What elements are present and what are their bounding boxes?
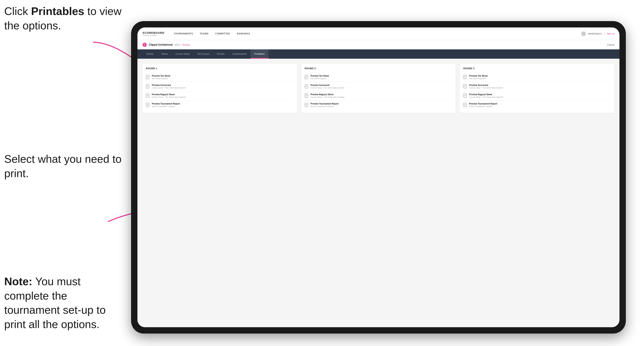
round-1-column: Round 1 Preview Tee Sheet Tee Sheet requ… bbox=[142, 64, 297, 113]
round-1-tournament-report[interactable]: Preview Tournament Report Round Completi… bbox=[146, 101, 294, 110]
tab-teams[interactable]: Teams bbox=[157, 49, 172, 59]
user-avatar bbox=[581, 31, 586, 36]
nav-teams[interactable]: TEAMS bbox=[197, 31, 212, 36]
item-req: Tee Sheet required bbox=[152, 77, 170, 80]
round-3-column: Round 3 Preview Tee Sheet Tee Sheet requ… bbox=[460, 64, 614, 113]
round-1-title: Round 1 bbox=[146, 67, 294, 70]
cancel-button[interactable]: Cancel bbox=[607, 43, 614, 46]
item-req: Tee Sheet required bbox=[469, 77, 488, 80]
tournament-name: Clippd Invitational bbox=[149, 43, 173, 46]
tab-details[interactable]: Details bbox=[142, 49, 157, 59]
app-logo: SCOREBOARD Powered by clippd bbox=[142, 31, 164, 36]
document-icon bbox=[146, 94, 150, 98]
item-name: Preview Raguzzi Sheet bbox=[152, 93, 186, 96]
document-icon bbox=[305, 75, 308, 79]
item-name: Preview Tee Sheet bbox=[310, 75, 329, 77]
tablet-screen: SCOREBOARD Powered by clippd TOURNAMENTS… bbox=[138, 27, 620, 327]
document-icon bbox=[463, 75, 467, 79]
document-icon bbox=[305, 84, 308, 88]
main-content: Round 1 Preview Tee Sheet Tee Sheet requ… bbox=[138, 59, 620, 327]
tournament-icon: C bbox=[142, 43, 147, 47]
item-req: Course setup + Tee Sheet data required bbox=[152, 96, 186, 98]
document-icon bbox=[146, 75, 150, 79]
document-icon bbox=[463, 94, 467, 98]
item-name: Preview Tournament Report bbox=[469, 103, 497, 105]
item-name: Preview Raguzzi Sheet bbox=[310, 93, 344, 96]
item-name: Preview Scorecard bbox=[152, 84, 186, 86]
nav-rankings[interactable]: RANKINGS bbox=[234, 31, 253, 36]
document-icon bbox=[463, 103, 467, 107]
top-nav-right: blair@clippd.io | Sign out bbox=[581, 31, 614, 36]
round-2-raguzzi[interactable]: Preview Raguzzi Sheet Course setup + Tee… bbox=[305, 91, 452, 101]
item-name: Preview Tee Sheet bbox=[469, 75, 488, 77]
tournament-status: Hosting bbox=[182, 43, 190, 46]
separator: | bbox=[604, 32, 605, 35]
document-icon bbox=[305, 103, 308, 107]
tab-results[interactable]: Results bbox=[213, 49, 228, 59]
item-name: Preview Tee Sheet bbox=[152, 75, 170, 77]
round-2-title: Round 2 bbox=[305, 67, 452, 70]
item-req: Course setup + Tee Sheet data required bbox=[310, 87, 344, 89]
logo-sub: Powered by clippd bbox=[142, 34, 164, 36]
round-2-column: Round 2 Preview Tee Sheet Tee Sheet requ… bbox=[301, 64, 456, 113]
round-3-tournament-report[interactable]: Preview Tournament Report Round Completi… bbox=[463, 101, 611, 110]
instruction-bold: Printables bbox=[31, 5, 84, 17]
tournament-category: (Men) bbox=[174, 43, 180, 46]
sub-nav: Details Teams Course Setup Tee Groups Re… bbox=[138, 49, 620, 59]
round-1-scorecard[interactable]: Preview Scorecard Course setup + Tee She… bbox=[146, 82, 294, 91]
instruction-note-label: Note: bbox=[4, 275, 32, 288]
nav-tournaments[interactable]: TOURNAMENTS bbox=[171, 31, 196, 36]
sign-out-link[interactable]: Sign out bbox=[606, 32, 614, 35]
item-req: Round Completion required bbox=[469, 105, 497, 107]
item-name: Preview Tournament Report bbox=[310, 103, 339, 105]
item-name: Preview Tournament Report bbox=[152, 103, 180, 105]
instruction-top: Click Printables to view the options. bbox=[4, 4, 123, 33]
nav-committee[interactable]: COMMITTEE bbox=[212, 31, 233, 36]
tournament-bar: C Clippd Invitational (Men) Hosting Canc… bbox=[138, 40, 620, 49]
round-1-raguzzi[interactable]: Preview Raguzzi Sheet Course setup + Tee… bbox=[146, 91, 294, 101]
round-3-scorecard[interactable]: Preview Scorecard Course setup + Tee She… bbox=[463, 82, 611, 91]
document-icon bbox=[463, 84, 467, 88]
item-req: Course setup + Tee Sheet data required bbox=[152, 87, 186, 89]
item-req: Course setup + Tee Sheet data required bbox=[469, 96, 503, 98]
item-name: Preview Scorecard bbox=[310, 84, 344, 86]
document-icon bbox=[146, 84, 150, 88]
round-1-tee-sheet[interactable]: Preview Tee Sheet Tee Sheet required bbox=[146, 73, 294, 82]
item-name: Preview Raguzzi Sheet bbox=[469, 93, 503, 96]
round-2-tournament-report[interactable]: Preview Tournament Report Round Completi… bbox=[305, 101, 452, 110]
instruction-bottom: Note: You must complete the tournament s… bbox=[4, 274, 123, 332]
logo-title: SCOREBOARD bbox=[142, 31, 164, 34]
rounds-container: Round 1 Preview Tee Sheet Tee Sheet requ… bbox=[142, 64, 614, 113]
round-2-tee-sheet[interactable]: Preview Tee Sheet Tee Sheet required bbox=[305, 73, 452, 82]
tab-tee-groups[interactable]: Tee Groups bbox=[194, 49, 213, 59]
item-req: Course setup + Tee Sheet data required bbox=[310, 96, 344, 98]
round-3-tee-sheet[interactable]: Preview Tee Sheet Tee Sheet required bbox=[463, 73, 611, 82]
item-req: Tee Sheet required bbox=[310, 77, 329, 80]
document-icon bbox=[146, 103, 150, 107]
document-icon bbox=[305, 94, 308, 98]
tablet-frame: SCOREBOARD Powered by clippd TOURNAMENTS… bbox=[131, 21, 626, 334]
item-req: Course setup + Tee Sheet data required bbox=[469, 87, 503, 89]
item-name: Preview Scorecard bbox=[469, 84, 503, 86]
tab-course-setup[interactable]: Course Setup bbox=[172, 49, 194, 59]
user-email: blair@clippd.io bbox=[588, 32, 602, 35]
tab-printables[interactable]: Printables bbox=[250, 49, 268, 59]
round-3-raguzzi[interactable]: Preview Raguzzi Sheet Course setup + Tee… bbox=[463, 91, 611, 101]
top-nav: SCOREBOARD Powered by clippd TOURNAMENTS… bbox=[138, 27, 620, 40]
item-req: Round Completion required bbox=[310, 105, 339, 107]
instruction-middle: Select what you need to print. bbox=[4, 152, 123, 180]
main-nav: TOURNAMENTS TEAMS COMMITTEE RANKINGS bbox=[171, 31, 581, 36]
round-2-scorecard[interactable]: Preview Scorecard Course setup + Tee She… bbox=[305, 82, 452, 91]
tab-leaderboards[interactable]: Leaderboards bbox=[228, 49, 250, 59]
item-req: Round Completion required bbox=[152, 105, 180, 107]
round-3-title: Round 3 bbox=[463, 67, 611, 70]
